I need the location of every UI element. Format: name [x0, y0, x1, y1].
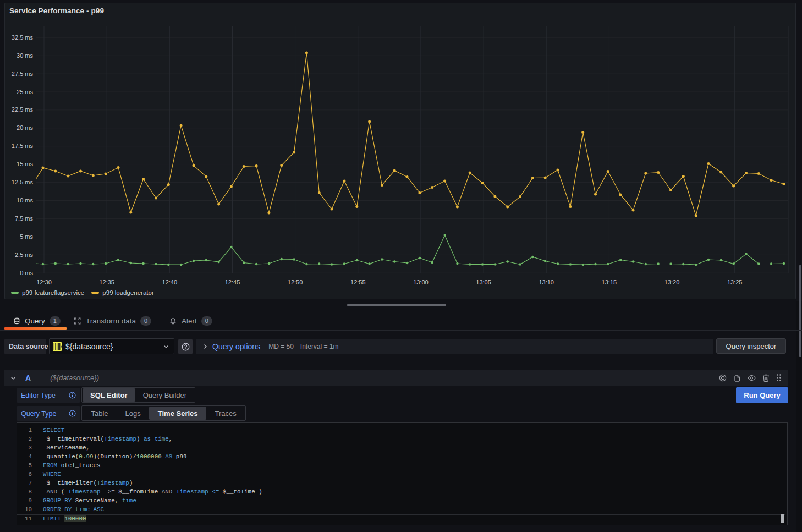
svg-text:17.5 ms: 17.5 ms [12, 142, 34, 149]
svg-text:7.5 ms: 7.5 ms [15, 215, 34, 222]
svg-text:30 ms: 30 ms [17, 52, 33, 59]
svg-text:10 ms: 10 ms [17, 197, 33, 204]
svg-text:13:25: 13:25 [727, 279, 743, 286]
svg-text:13:15: 13:15 [602, 279, 617, 286]
svg-text:13:05: 13:05 [476, 279, 491, 286]
svg-text:13:00: 13:00 [413, 279, 429, 286]
svg-text:32.5 ms: 32.5 ms [12, 34, 34, 41]
svg-text:12:45: 12:45 [225, 279, 240, 286]
svg-text:22.5 ms: 22.5 ms [12, 106, 34, 113]
svg-text:15 ms: 15 ms [17, 161, 33, 167]
svg-text:12:55: 12:55 [350, 279, 366, 286]
svg-text:2.5 ms: 2.5 ms [15, 251, 34, 258]
svg-text:12:35: 12:35 [99, 279, 114, 286]
svg-text:13:10: 13:10 [539, 279, 554, 286]
svg-text:5 ms: 5 ms [20, 233, 33, 240]
svg-text:12:50: 12:50 [288, 279, 303, 286]
svg-text:27.5 ms: 27.5 ms [12, 70, 34, 77]
svg-text:12.5 ms: 12.5 ms [12, 179, 34, 185]
svg-text:12:40: 12:40 [162, 279, 178, 286]
svg-text:13:20: 13:20 [664, 279, 680, 286]
svg-text:25 ms: 25 ms [17, 89, 33, 95]
svg-text:12:30: 12:30 [36, 279, 52, 286]
svg-text:0 ms: 0 ms [20, 270, 33, 276]
svg-text:20 ms: 20 ms [17, 124, 33, 131]
